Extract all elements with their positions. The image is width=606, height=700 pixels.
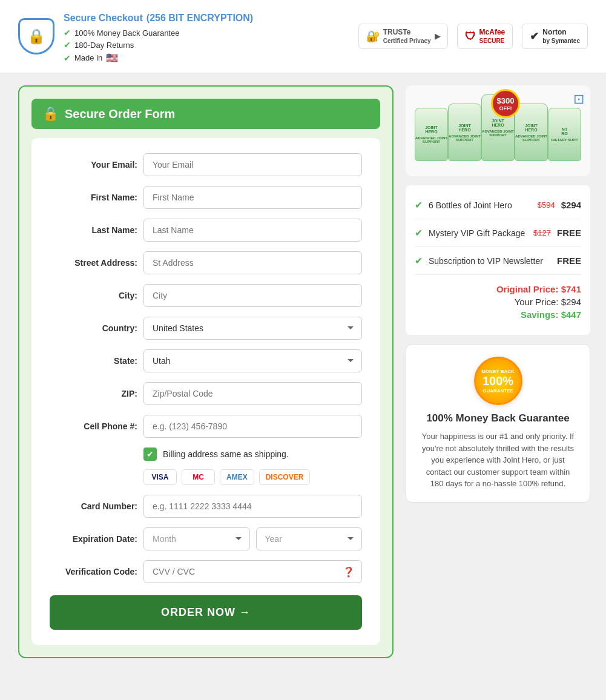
expiry-selects: Month JanuaryFebruaryMarch AprilMayJune …: [143, 527, 362, 550]
state-row: State: Utah California Texas New York: [50, 349, 362, 372]
card-number-label: Card Number:: [50, 501, 137, 511]
street-label: Street Address:: [50, 258, 137, 268]
your-price: Your Price: $294: [415, 297, 581, 307]
order-now-button[interactable]: ORDER NOW →: [50, 595, 362, 630]
us-flag: 🇺🇸: [106, 52, 118, 64]
email-label: Your Email:: [50, 160, 137, 170]
cvv-input[interactable]: [143, 560, 362, 583]
first-name-label: First Name:: [50, 193, 137, 202]
divider: [415, 274, 581, 275]
form-title: Secure Order Form: [65, 107, 175, 121]
expiry-label: Expiration Date:: [50, 534, 137, 544]
bottle-5: NTRO DIETARY SUPP: [548, 108, 581, 161]
city-input[interactable]: [143, 284, 362, 307]
right-panel: ⊡ JOINTHERO ADVANCED JOINTSUPPORT JOINTH…: [406, 85, 590, 658]
price-item-name: Mystery VIP Gift Package: [429, 228, 527, 238]
bottles-display: JOINTHERO ADVANCED JOINTSUPPORT JOINTHER…: [415, 94, 581, 161]
zip-label: ZIP:: [50, 389, 137, 398]
discount-badge: $300 OFF!: [491, 89, 520, 118]
norton-badge: ✔ Nortonby Symantec: [522, 24, 588, 49]
price-old: $594: [538, 200, 555, 210]
main-content: 🔒 Secure Order Form Your Email: First Na…: [0, 73, 606, 670]
divider: [415, 219, 581, 219]
phone-label: Cell Phone #:: [50, 421, 137, 431]
pricing-list: ✔ 6 Bottles of Joint Hero $594 $294 ✔ My…: [406, 185, 590, 335]
price-new: $294: [561, 200, 581, 210]
state-select[interactable]: Utah California Texas New York: [143, 349, 362, 372]
header-title: Secure Checkout (256 BIT ENCRYPTION) ✔ 1…: [64, 9, 253, 64]
price-free: FREE: [557, 228, 581, 238]
original-price: Original Price: $741: [415, 284, 581, 294]
month-select[interactable]: Month JanuaryFebruaryMarch AprilMayJune …: [143, 527, 250, 550]
card-number-row: Card Number:: [50, 495, 362, 518]
first-name-row: First Name:: [50, 186, 362, 209]
price-totals: Original Price: $741 Your Price: $294 Sa…: [415, 278, 581, 326]
check-icon: ✔: [415, 227, 423, 239]
billing-label: Billing address same as shipping.: [163, 449, 289, 459]
form-header: 🔒 Secure Order Form: [31, 99, 380, 129]
check-returns: ✔ 180-Day Returns: [64, 40, 253, 50]
savings: Savings: $447: [415, 309, 581, 320]
bottle-2: JOINTHERO ADVANCED JOINTSUPPORT: [448, 104, 481, 161]
card-number-input[interactable]: [143, 495, 362, 518]
checkmark-icon: ✔: [64, 53, 71, 63]
trust-badges: 🔐 TRUSTeCertified Privacy ▶ 🛡 McAfeeSECU…: [358, 24, 588, 49]
country-label: Country:: [50, 323, 137, 333]
bottle-4: JOINTHERO ADVANCED JOINTSUPPORT: [515, 104, 548, 161]
page-title: Secure Checkout (256 BIT ENCRYPTION): [64, 9, 253, 25]
year-select[interactable]: Year 202420252026 2027202820292030: [256, 527, 363, 550]
header-left: 🔒 Secure Checkout (256 BIT ENCRYPTION) ✔…: [18, 9, 253, 64]
phone-row: Cell Phone #:: [50, 415, 362, 438]
money-back-title: 100% Money Back Guarantee: [418, 412, 578, 424]
money-back-badge: MONEY BACK 100% GUARANTEE: [474, 357, 522, 405]
first-name-input[interactable]: [143, 186, 362, 209]
truste-icon: 🔐: [366, 30, 380, 43]
lock-icon: 🔒: [42, 106, 59, 122]
discover-icon: DISCOVER: [259, 469, 311, 485]
check-money-back: ✔ 100% Money Back Guarantee: [64, 28, 253, 38]
divider: [415, 246, 581, 247]
street-input[interactable]: [143, 251, 362, 274]
billing-checkbox[interactable]: ✔: [143, 447, 157, 461]
cvv-label: Verification Code:: [50, 567, 137, 576]
page-header: 🔒 Secure Checkout (256 BIT ENCRYPTION) ✔…: [0, 0, 606, 73]
price-row-gift: ✔ Mystery VIP Gift Package $127 FREE: [415, 222, 581, 243]
money-back-section: MONEY BACK 100% GUARANTEE 100% Money Bac…: [406, 344, 590, 503]
check-icon: ✔: [415, 199, 423, 211]
cvv-wrap: ❓: [143, 560, 362, 583]
check-icon: ✔: [415, 255, 423, 266]
norton-icon: ✔: [530, 30, 539, 43]
check-made-in: ✔ Made in 🇺🇸: [64, 52, 253, 64]
mastercard-icon: MC: [182, 469, 215, 485]
last-name-input[interactable]: [143, 219, 362, 242]
city-row: City:: [50, 284, 362, 307]
price-free: FREE: [557, 256, 581, 266]
price-row-bottles: ✔ 6 Bottles of Joint Hero $594 $294: [415, 194, 581, 216]
checkmark-icon: ✔: [64, 28, 71, 38]
phone-input[interactable]: [143, 415, 362, 438]
billing-check-row: ✔ Billing address same as shipping.: [50, 447, 362, 461]
money-back-description: Your happiness is our #1 and only priori…: [418, 431, 578, 490]
email-input[interactable]: [143, 153, 362, 176]
street-row: Street Address:: [50, 251, 362, 274]
last-name-label: Last Name:: [50, 225, 137, 235]
price-old: $127: [533, 228, 551, 237]
expiry-row: Expiration Date: Month JanuaryFebruaryMa…: [50, 527, 362, 550]
header-checks: ✔ 100% Money Back Guarantee ✔ 180-Day Re…: [64, 28, 253, 64]
cvv-help-icon[interactable]: ❓: [343, 566, 355, 578]
bottle-3: JOINTHERO ADVANCED JOINTSUPPORT $300 OFF…: [481, 94, 515, 161]
country-select[interactable]: United States Canada United Kingdom: [143, 317, 362, 340]
zip-input[interactable]: [143, 382, 362, 405]
order-form-container: 🔒 Secure Order Form Your Email: First Na…: [18, 85, 394, 658]
price-row-newsletter: ✔ Subscription to VIP Newsletter FREE: [415, 250, 581, 271]
country-row: Country: United States Canada United Kin…: [50, 317, 362, 340]
price-item-name: 6 Bottles of Joint Hero: [429, 200, 532, 210]
zip-row: ZIP:: [50, 382, 362, 405]
amex-icon: AMEX: [220, 469, 254, 485]
bottle-1: JOINTHERO ADVANCED JOINTSUPPORT: [415, 108, 448, 161]
shield-icon: 🔒: [18, 18, 54, 54]
visa-icon: VISA: [143, 469, 177, 485]
scan-icon[interactable]: ⊡: [573, 91, 584, 107]
cvv-row: Verification Code: ❓: [50, 560, 362, 583]
card-icons-row: VISA MC AMEX DISCOVER: [50, 469, 362, 485]
